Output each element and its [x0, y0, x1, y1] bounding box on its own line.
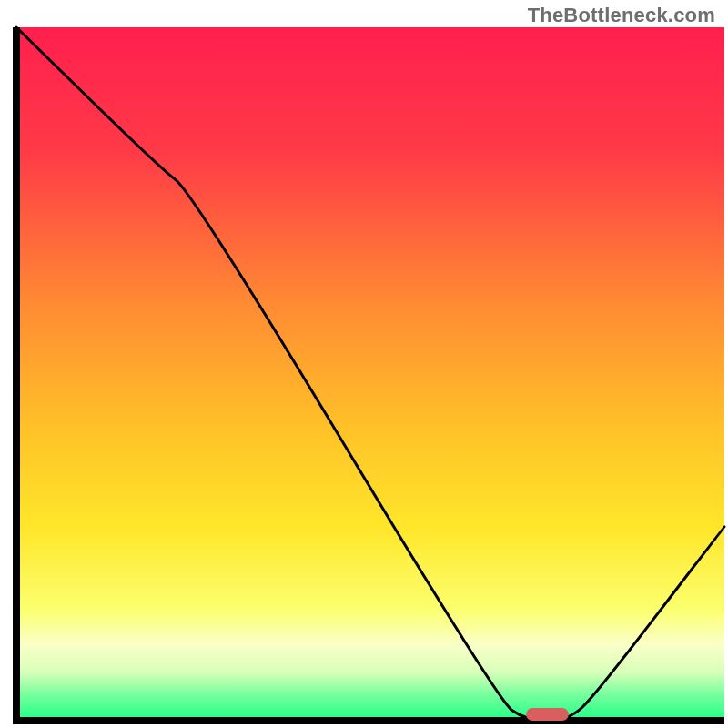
attribution-label: TheBottleneck.com [528, 4, 715, 27]
chart-container: TheBottleneck.com [0, 0, 728, 728]
bottleneck-chart [0, 0, 728, 728]
optimal-range-marker [526, 708, 569, 721]
